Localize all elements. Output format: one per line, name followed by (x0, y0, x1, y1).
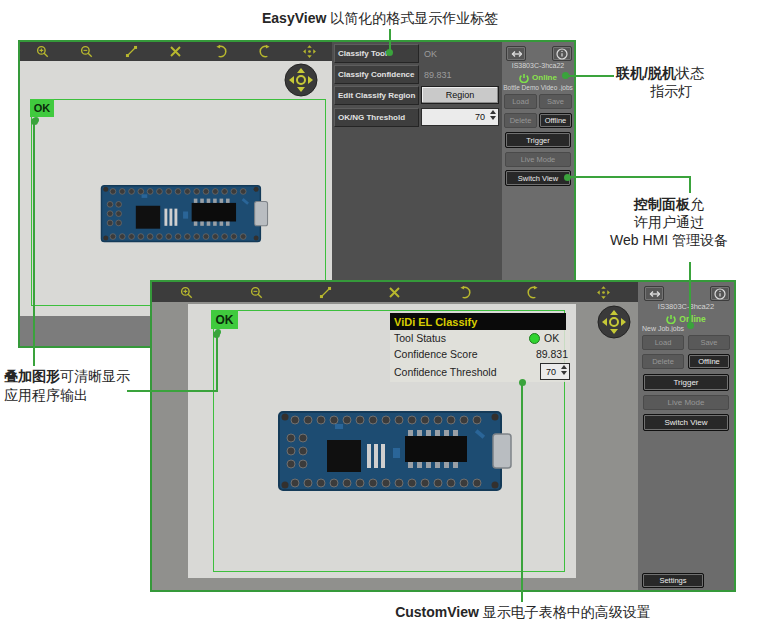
easyview-ok-overlay: OK (30, 99, 54, 117)
okng-threshold-spinner[interactable]: 70 (421, 108, 499, 126)
customview-control-panel: IS3803C-3hca22 Online New Job.jobs Load … (638, 282, 734, 590)
trigger-button[interactable]: Trigger (505, 132, 571, 148)
line-tool-icon[interactable] (318, 285, 333, 300)
annotation-easyview-text: 以简化的格式显示作业标签 (326, 10, 498, 26)
vidi-classify-header: ViDi EL Classify (390, 313, 566, 330)
delete-button[interactable]: Delete (642, 354, 684, 369)
rotate-cw-icon[interactable] (526, 285, 541, 300)
zoom-out-icon[interactable] (79, 44, 94, 59)
line-tool-icon[interactable] (124, 44, 139, 59)
job-name: Bottle Demo Video .jobs (502, 84, 574, 91)
okng-threshold-label: OK/NG Threshold (334, 108, 419, 127)
pan-tool-icon[interactable] (596, 285, 611, 300)
annotation-overlay-bold: 叠加图形 (4, 368, 60, 384)
save-button[interactable]: Save (539, 94, 572, 109)
callout-line (127, 390, 218, 392)
annotation-online-bold: 联机/脱机 (616, 65, 676, 81)
annotation-customview: CustomView 显示电子表格中的高级设置 (302, 603, 744, 621)
scale-tool-icon[interactable] (387, 285, 402, 300)
collapse-panel-button[interactable] (506, 46, 526, 61)
region-button[interactable]: Region (421, 86, 499, 104)
callout-line (689, 176, 691, 193)
confidence-score-label: Confidence Score (392, 348, 536, 360)
info-button[interactable] (552, 46, 572, 61)
pan-rosette-control[interactable] (283, 62, 319, 98)
load-button[interactable]: Load (504, 94, 537, 109)
info-button[interactable] (710, 286, 730, 301)
tool-status-label: Tool Status (392, 332, 529, 344)
callout-dot (564, 174, 571, 181)
annotation-customview-text: 显示电子表格中的高级设置 (479, 604, 651, 620)
annotation-control-bold: 控制面板 (634, 196, 690, 212)
device-name: IS3803C-3hca22 (502, 62, 574, 69)
switch-view-button[interactable]: Switch View (643, 414, 729, 431)
annotation-customview-bold: CustomView (395, 604, 479, 620)
callout-dot (213, 331, 220, 338)
classify-tool-label: Classify Tool (334, 44, 419, 63)
rotate-ccw-icon[interactable] (457, 285, 472, 300)
collapse-arrows-icon (510, 48, 522, 60)
switch-view-button[interactable]: Switch View (505, 170, 571, 186)
callout-line (521, 384, 523, 602)
annotation-overlay-line1: 可清晰显示 (60, 368, 130, 384)
easyview-toolbar (20, 42, 332, 61)
trigger-button[interactable]: Trigger (643, 374, 729, 391)
callout-line (567, 176, 691, 178)
spinner-arrows-icon[interactable] (561, 365, 567, 375)
zoom-out-icon[interactable] (249, 285, 264, 300)
collapse-arrows-icon (648, 288, 660, 300)
power-icon (666, 314, 676, 324)
annotation-control-panel: 控制面板允 许用户通过 Web HMI 管理设备 (588, 195, 750, 249)
pcb-board-image (77, 180, 292, 248)
pan-tool-icon[interactable] (302, 44, 317, 59)
callout-dot (519, 379, 526, 386)
page: OK Classify Tool OK Classify Confidence … (0, 0, 770, 634)
annotation-easyview: EasyView 以简化的格式显示作业标签 (262, 9, 498, 27)
annotation-online-text: 状态 (676, 65, 704, 81)
confidence-score-row: Confidence Score 89.831 (390, 346, 570, 362)
annotation-overlay-graphics: 叠加图形可清晰显示 应用程序输出 (4, 367, 130, 405)
pan-rosette-control[interactable] (596, 304, 632, 340)
callout-dot (687, 322, 694, 329)
confidence-threshold-spinner[interactable]: 70 (540, 363, 570, 380)
classify-confidence-value: 89.831 (424, 65, 498, 84)
info-icon (556, 48, 568, 60)
customview-viewport: OK ViDi EL Classify Tool Status OK Confi… (152, 302, 638, 590)
online-status: Online (638, 313, 734, 324)
live-mode-button[interactable]: Live Mode (505, 152, 571, 167)
delete-button[interactable]: Delete (504, 113, 537, 128)
spinner-arrows-icon[interactable] (490, 110, 496, 120)
annotation-control-line2: 许用户通过 (588, 213, 750, 231)
customview-ok-overlay: OK (211, 310, 238, 329)
offline-button[interactable]: Offline (688, 354, 730, 369)
zoom-in-icon[interactable] (35, 44, 50, 59)
settings-button[interactable]: Settings (642, 573, 704, 588)
pcb-board-image (275, 403, 515, 500)
online-status-text: Online (532, 73, 557, 82)
offline-button[interactable]: Offline (539, 113, 572, 128)
annotation-overlay-line2: 应用程序输出 (4, 386, 130, 405)
callout-line (689, 262, 691, 324)
annotation-control-line3: Web HMI 管理设备 (588, 231, 750, 249)
live-mode-button[interactable]: Live Mode (643, 395, 729, 410)
callout-dot (562, 72, 569, 79)
customview-window: OK ViDi EL Classify Tool Status OK Confi… (150, 280, 736, 592)
confidence-threshold-value: 70 (546, 367, 556, 377)
load-button[interactable]: Load (642, 335, 684, 350)
job-name: New Job.jobs (638, 325, 734, 332)
annotation-easyview-bold: EasyView (262, 10, 326, 26)
callout-line (566, 75, 614, 77)
zoom-in-icon[interactable] (179, 285, 194, 300)
device-name: IS3803C-3hca22 (638, 302, 734, 311)
collapse-panel-button[interactable] (644, 286, 664, 301)
confidence-score-value: 89.831 (536, 348, 568, 360)
tool-status-value: OK (544, 332, 568, 344)
rotate-ccw-icon[interactable] (213, 44, 228, 59)
status-ok-dot-icon (529, 333, 540, 344)
rotate-cw-icon[interactable] (258, 44, 273, 59)
save-button[interactable]: Save (688, 335, 730, 350)
classify-tool-value: OK (424, 44, 498, 63)
callout-line (33, 122, 35, 366)
callout-dot (31, 118, 38, 125)
scale-tool-icon[interactable] (168, 44, 183, 59)
